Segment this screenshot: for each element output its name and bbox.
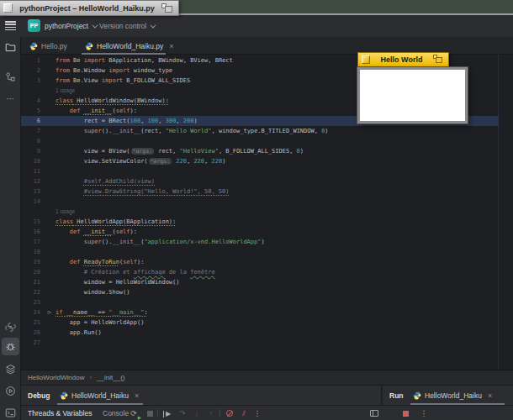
code-line[interactable]: 14: [21, 197, 499, 207]
code-line[interactable]: 26 app.Run(): [21, 328, 499, 338]
breadcrumb-class[interactable]: HelloWorldWindow: [28, 374, 84, 381]
usage-hint[interactable]: 1 usage: [56, 87, 75, 93]
structure-icon[interactable]: [4, 71, 17, 83]
code-line[interactable]: 22 window.Show(): [21, 287, 499, 297]
run-widget-icon[interactable]: [4, 385, 17, 397]
resume-icon[interactable]: ▶: [162, 407, 174, 419]
haiku-window-title: Hello World: [370, 55, 433, 64]
gutter[interactable]: 8: [21, 136, 56, 146]
step-out-icon[interactable]: ↑: [205, 407, 217, 419]
haiku-close-icon[interactable]: [362, 55, 370, 64]
debug-panel-label[interactable]: Debug: [28, 386, 50, 406]
code-line[interactable]: 7 super().__init__(rect, "Hello World", …: [21, 126, 499, 136]
tab-console[interactable]: Console: [103, 406, 129, 420]
usage-hint[interactable]: 1 usage: [56, 208, 75, 214]
rerun-icon[interactable]: ⟳▶: [128, 407, 140, 419]
mute-breakpoints-icon[interactable]: [224, 407, 235, 419]
code-line[interactable]: 19 def ReadyToRun(self):: [21, 257, 499, 267]
gutter[interactable]: 4: [21, 96, 56, 106]
run-panel-label[interactable]: Run: [389, 386, 404, 406]
terminal-icon[interactable]: [4, 407, 17, 419]
vcs-selector[interactable]: Version control: [99, 15, 154, 37]
project-folder-icon[interactable]: [4, 41, 17, 54]
gutter[interactable]: 15: [21, 217, 56, 227]
code-line[interactable]: 16 def __init__(self):: [21, 227, 499, 237]
code-line[interactable]: 12 #self.AddChild(view): [21, 176, 499, 186]
gutter[interactable]: 25: [21, 318, 56, 328]
python-file-icon: [413, 391, 421, 400]
gutter[interactable]: 3: [21, 76, 56, 86]
gutter[interactable]: 16: [21, 227, 56, 237]
haiku-zoom-icon[interactable]: [433, 55, 445, 65]
gutter[interactable]: 23: [21, 297, 56, 307]
code-line[interactable]: 15class HelloWorldApp(BApplication):: [21, 217, 499, 227]
tab-helloworld-haiku-py[interactable]: HelloWorld_Haiku.py ×: [85, 37, 173, 55]
run-gutter-icon[interactable]: ▷: [48, 307, 51, 318]
gutter[interactable]: 24▷: [21, 307, 56, 318]
gutter[interactable]: 10: [21, 156, 56, 166]
gutter[interactable]: 19: [21, 257, 56, 267]
close-icon[interactable]: ×: [135, 391, 139, 400]
gutter[interactable]: 2: [21, 66, 56, 76]
code-line[interactable]: 23: [21, 297, 499, 307]
gutter[interactable]: 11: [21, 166, 56, 176]
tab-threads-variables[interactable]: Threads & Variables: [28, 406, 92, 420]
view-breakpoints-icon[interactable]: ⫽: [238, 407, 250, 419]
gutter[interactable]: 5: [21, 106, 56, 116]
code-line[interactable]: 20 # Création et affichage de la fenêtre: [21, 267, 499, 277]
os-zoom-button[interactable]: [161, 3, 174, 13]
project-selector[interactable]: pythonProject: [45, 15, 96, 37]
hamburger-menu-icon[interactable]: [5, 21, 16, 31]
code-line[interactable]: 24▷if __name__ == "__main__":: [21, 307, 499, 318]
breadcrumb-method[interactable]: __init__(): [97, 374, 124, 381]
stop-icon[interactable]: [144, 407, 156, 419]
gutter[interactable]: 1: [21, 55, 56, 66]
code-line[interactable]: 10 view.SetViewColor(*args: 220, 220, 22…: [21, 156, 499, 166]
gutter[interactable]: 21: [21, 277, 56, 287]
gutter[interactable]: [21, 86, 56, 96]
gutter[interactable]: 17: [21, 237, 56, 247]
gutter[interactable]: 7: [21, 126, 56, 136]
more-vertical-icon[interactable]: ⋮: [251, 407, 263, 419]
code-line[interactable]: 11: [21, 166, 499, 176]
step-over-icon[interactable]: ↷: [177, 407, 188, 419]
gutter[interactable]: 22: [21, 287, 56, 297]
more-vertical-icon[interactable]: ⋮: [418, 407, 430, 419]
code-line[interactable]: 27: [21, 338, 499, 348]
code-line[interactable]: 21 window = HelloWorldWindow(): [21, 277, 499, 287]
close-icon[interactable]: ×: [488, 391, 492, 400]
debug-icon[interactable]: [2, 338, 19, 355]
code-line[interactable]: 25 app = HelloWorldApp(): [21, 318, 499, 328]
gutter[interactable]: 26: [21, 328, 56, 338]
gutter[interactable]: [21, 207, 56, 217]
os-window-title: pythonProject – HelloWorld_Haiku.py: [13, 4, 161, 13]
haiku-window-content[interactable]: [357, 67, 468, 123]
project-badge[interactable]: PP: [28, 19, 40, 32]
gutter[interactable]: 9: [21, 146, 56, 156]
usage-hint-row[interactable]: 1 usage: [21, 207, 499, 217]
gutter[interactable]: 14: [21, 197, 56, 207]
step-into-icon[interactable]: ↓: [191, 407, 203, 419]
gutter[interactable]: 27: [21, 338, 56, 348]
code-line[interactable]: 8: [21, 136, 499, 146]
gutter[interactable]: 20: [21, 267, 56, 277]
os-window-tab[interactable]: pythonProject – HelloWorld_Haiku.py: [0, 0, 179, 16]
gutter[interactable]: 13: [21, 186, 56, 197]
screen: pythonProject – HelloWorld_Haiku.py PP p…: [0, 0, 513, 420]
python-packages-icon[interactable]: [4, 321, 17, 333]
restore-layout-icon[interactable]: [368, 407, 380, 419]
close-icon[interactable]: ×: [169, 42, 173, 50]
code-line[interactable]: 18: [21, 247, 499, 257]
services-icon[interactable]: [4, 363, 17, 375]
stop-icon[interactable]: [399, 407, 411, 419]
gutter[interactable]: 18: [21, 247, 56, 257]
haiku-window-tab[interactable]: Hello World: [357, 52, 449, 67]
os-close-button[interactable]: [3, 3, 13, 13]
code-line[interactable]: 17 super().__init__("application/x-vnd.H…: [21, 237, 499, 247]
gutter[interactable]: 6: [21, 116, 56, 126]
tab-hello-py[interactable]: Hello.py: [29, 37, 67, 55]
code-line[interactable]: 13 #view.DrawString("Hello, World!", 50,…: [21, 186, 499, 197]
code-line[interactable]: 9 view = BView(*args: rect, "HelloView",…: [21, 146, 499, 156]
more-icon[interactable]: ⋯: [4, 92, 17, 105]
gutter[interactable]: 12: [21, 176, 56, 186]
